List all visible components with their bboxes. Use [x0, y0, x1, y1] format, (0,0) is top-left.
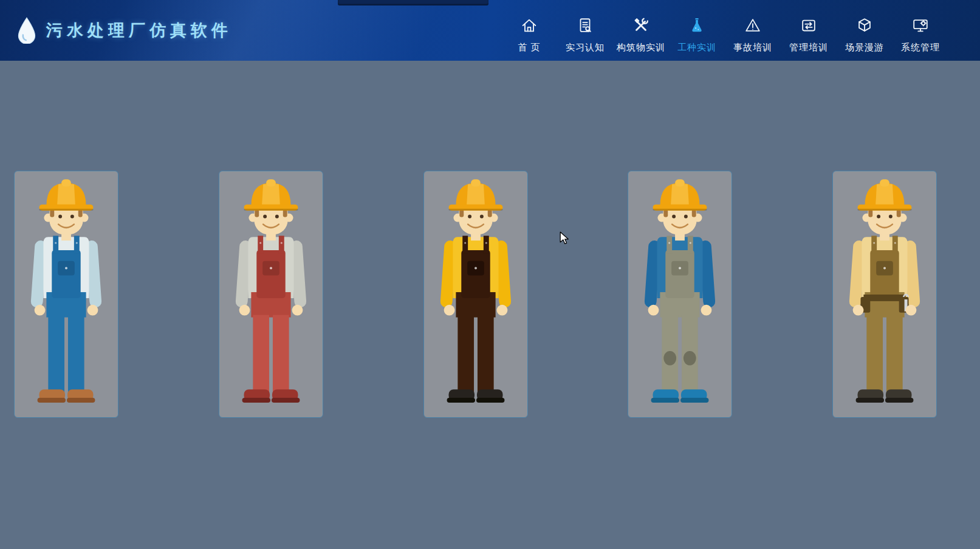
worker-figure-blue [15, 175, 117, 415]
worker-figure-gray [629, 175, 731, 415]
worker-figure-khaki [834, 175, 936, 415]
worker-card-gray[interactable] [628, 171, 732, 418]
structures-training-icon [631, 16, 651, 35]
nav-item-system-management[interactable]: 系统管理 [893, 16, 948, 53]
home-icon [519, 16, 539, 35]
nav-label: 事故培训 [733, 42, 772, 53]
practice-cognition-icon [575, 16, 595, 35]
worker-selection-area [0, 171, 980, 418]
nav-item-practice-cognition[interactable]: 实习认知 [557, 16, 613, 53]
system-management-icon [911, 16, 930, 35]
main-nav: 首 页 实习认知 [501, 8, 948, 53]
scene-roaming-icon [855, 16, 874, 35]
accident-training-icon [743, 16, 762, 35]
nav-item-structures-training[interactable]: 构筑物实训 [613, 16, 669, 53]
top-nav-bar: 污水处理厂仿真软件 首 页 [0, 0, 980, 61]
worker-card-red[interactable] [219, 171, 323, 418]
nav-item-job-training[interactable]: 工种实训 [669, 16, 725, 53]
water-drop-logo-icon [17, 18, 36, 43]
worker-card-khaki[interactable] [832, 171, 937, 418]
app-title: 污水处理厂仿真软件 [46, 19, 232, 41]
worker-figure-red [220, 175, 322, 415]
nav-item-management-training[interactable]: 管理培训 [781, 16, 837, 53]
nav-label: 工种实训 [677, 42, 716, 53]
nav-item-scene-roaming[interactable]: 场景漫游 [837, 16, 893, 53]
nav-label: 场景漫游 [845, 42, 884, 53]
nav-item-accident-training[interactable]: 事故培训 [725, 16, 781, 53]
brand[interactable]: 污水处理厂仿真软件 [17, 18, 232, 43]
job-training-flask-icon [687, 16, 707, 35]
app-window: 污水处理厂仿真软件 首 页 [0, 0, 980, 549]
nav-label: 构筑物实训 [617, 42, 665, 53]
nav-label: 实习认知 [566, 42, 605, 53]
management-training-icon [799, 16, 818, 35]
worker-card-blue[interactable] [14, 171, 118, 418]
nav-label: 系统管理 [901, 42, 940, 53]
nav-label: 管理培训 [789, 42, 828, 53]
worker-figure-brown [425, 175, 527, 415]
nav-item-home[interactable]: 首 页 [501, 16, 557, 53]
nav-label: 首 页 [518, 42, 540, 53]
worker-card-brown[interactable] [423, 171, 528, 418]
window-top-strip [338, 0, 488, 5]
